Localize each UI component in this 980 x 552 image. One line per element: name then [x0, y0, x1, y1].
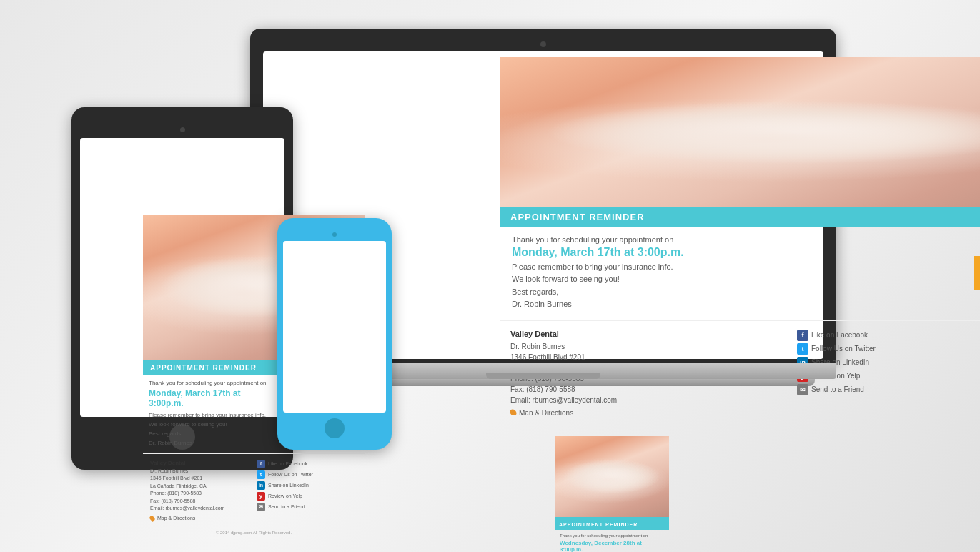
phone-screen: APPOINTMENT REMINDER Thank you for sched…	[283, 241, 386, 413]
date-tablet: Monday, March 17th at 3:00p.m.	[149, 388, 273, 408]
twitter-label-laptop: Follow Us on Twitter	[811, 345, 823, 353]
phone-body: APPOINTMENT REMINDER Thank you for sched…	[277, 218, 392, 450]
scene: APPOINTMENT REMINDER Thank you for sched…	[0, 0, 980, 552]
reminder-laptop: Please remember to bring your insurance …	[512, 262, 823, 272]
appointment-header-tablet: APPOINTMENT REMINDER	[143, 360, 284, 375]
intro-text-laptop: Thank you for scheduling your appointmen…	[512, 235, 823, 244]
dental-hero-laptop	[500, 57, 823, 207]
facebook-icon-laptop: f	[797, 330, 808, 341]
tablet-device: APPOINTMENT REMINDER Thank you for sched…	[71, 107, 293, 470]
facebook-label-laptop: Like on Facebook	[811, 331, 823, 339]
header-text-tablet: APPOINTMENT REMINDER	[150, 364, 257, 372]
forward-laptop: We look forward to seeing you!	[512, 274, 823, 285]
footer-doctor-laptop: Dr. Robin Burnes	[510, 341, 790, 352]
laptop-body-layout: Thank you for scheduling your appointmen…	[500, 227, 823, 320]
linkedin-icon-laptop: in	[797, 357, 808, 359]
appointment-header-laptop: APPOINTMENT REMINDER	[500, 207, 823, 227]
footer-social-laptop: f Like on Facebook t Follow Us on Twitte…	[797, 330, 823, 359]
intro-text-tablet: Thank you for scheduling your appointmen…	[149, 380, 273, 386]
linkedin-item-laptop[interactable]: in Share on LinkedIn	[797, 357, 823, 359]
laptop-camera	[540, 41, 546, 47]
practice-name-laptop: Valley Dental	[510, 330, 790, 338]
phone-home-button[interactable]	[325, 418, 345, 438]
regards1-laptop: Best regards,	[512, 287, 823, 297]
tablet-camera	[180, 127, 185, 132]
laptop-email: APPOINTMENT REMINDER Thank you for sched…	[500, 57, 823, 359]
phone-camera	[332, 232, 337, 237]
tablet-body: APPOINTMENT REMINDER Thank you for sched…	[71, 107, 293, 470]
linkedin-label-laptop: Share on LinkedIn	[811, 358, 823, 359]
date-laptop: Monday, March 17th at 3:00p.m.	[512, 246, 823, 259]
tablet-body-layout: Thank you for scheduling your appointmen…	[143, 375, 284, 417]
tablet-screen: APPOINTMENT REMINDER Thank you for sched…	[80, 138, 284, 417]
laptop-left-col: Thank you for scheduling your appointmen…	[500, 227, 823, 320]
regards2-laptop: Dr. Robin Burnes	[512, 299, 823, 310]
facebook-item-laptop[interactable]: f Like on Facebook	[797, 330, 823, 341]
footer-laptop: Valley Dental Dr. Robin Burnes 1346 Foot…	[500, 320, 823, 359]
reminder-tablet: Please remember to bring your insurance …	[149, 411, 273, 417]
twitter-icon-laptop: t	[797, 343, 808, 355]
phone-device: APPOINTMENT REMINDER Thank you for sched…	[277, 218, 392, 450]
dental-hero-tablet	[143, 215, 284, 360]
footer-info-laptop: Valley Dental Dr. Robin Burnes 1346 Foot…	[510, 330, 790, 359]
tablet-left-col: Thank you for scheduling your appointmen…	[143, 375, 279, 417]
tablet-email: APPOINTMENT REMINDER Thank you for sched…	[143, 215, 284, 417]
footer-addr1-laptop: 1346 Foothill Blvd #201	[510, 352, 790, 359]
header-text-laptop: APPOINTMENT REMINDER	[510, 212, 645, 222]
twitter-item-laptop[interactable]: t Follow Us on Twitter	[797, 343, 823, 355]
